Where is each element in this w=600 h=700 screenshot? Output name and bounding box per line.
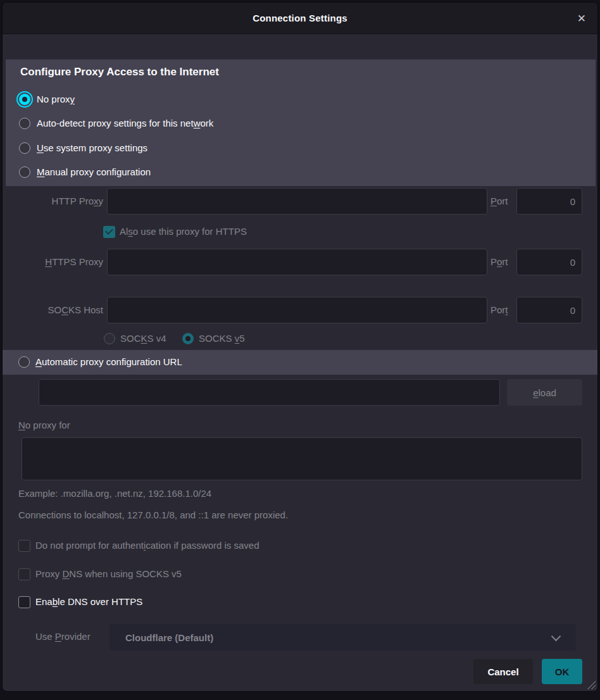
label-post: 5 <box>239 333 244 344</box>
label-accesskey: N <box>18 420 25 430</box>
label-post: rt <box>502 256 508 267</box>
dialog-title: Connection Settings <box>253 13 347 23</box>
label-accesskey: H <box>45 256 52 267</box>
label-accesskey: b <box>53 596 58 607</box>
label-accesskey: P <box>491 196 497 206</box>
label-accesskey: t <box>505 304 508 315</box>
label-post: o proxy for <box>25 420 70 430</box>
panel-heading: Configure Proxy Access to the Internet <box>20 66 219 78</box>
socks-port-label: Port <box>491 304 508 316</box>
close-icon[interactable]: ✕ <box>577 13 586 23</box>
label-pre: Use <box>35 631 55 642</box>
port-value: 0 <box>570 305 575 316</box>
label-post: NS when using SOCKS v5 <box>69 568 182 579</box>
label-pre: SOCKS <box>199 333 235 344</box>
socks-port-input[interactable]: 0 <box>516 297 582 323</box>
radio-auto-url[interactable] <box>18 356 30 368</box>
no-prompt-auth-label: Do not prompt for authentication if pass… <box>35 539 259 552</box>
check-icon <box>105 227 113 235</box>
label-accesskey: C <box>61 304 68 315</box>
label-pre: SOC <box>120 333 141 344</box>
label-pre: Auto-detect proxy settings for this net <box>37 118 194 128</box>
radio-socks-v5[interactable] <box>182 333 194 344</box>
label-accesskey: P <box>55 631 61 642</box>
button-label: e <box>533 387 538 398</box>
label-pre: Proxy <box>35 568 63 579</box>
radio-socks-v5-label: SOCKS v5 <box>199 332 245 345</box>
radio-manual-proxy-label: Manual proxy configuration <box>37 166 151 178</box>
label-post: S v4 <box>147 333 166 344</box>
label-accesskey: U <box>37 142 44 153</box>
label-post: se system proxy settings <box>44 142 147 153</box>
no-proxy-for-label: No proxy for <box>18 419 70 432</box>
also-https-checkbox[interactable] <box>103 226 115 238</box>
label-accesskey: s <box>128 226 133 237</box>
label-post: ort <box>497 196 508 206</box>
label-pre: Por <box>491 304 505 315</box>
radio-dot-icon <box>22 97 27 102</box>
label-pre: Do not prompt for authent <box>35 540 144 551</box>
http-port-label: Port <box>491 195 508 208</box>
localhost-note-text: Connections to localhost, 127.0.0.1/8, a… <box>18 509 288 522</box>
chevron-down-icon <box>551 632 561 642</box>
radio-dot-icon <box>185 336 191 341</box>
label-accesskey: M <box>37 166 45 177</box>
radio-socks-v4-label: SOCKS v4 <box>120 332 166 345</box>
no-proxy-example-text: Example: .mozilla.org, .net.nz, 192.168.… <box>18 487 211 500</box>
dialog-titlebar: Connection Settings ✕ <box>3 3 597 34</box>
reload-button[interactable]: eload <box>507 379 582 406</box>
cancel-button[interactable]: Cancel <box>473 659 533 684</box>
label-accesskey: y <box>70 94 75 104</box>
label-accesskey: x <box>94 196 99 206</box>
socks-host-input[interactable] <box>107 297 487 323</box>
radio-auto-detect-label: Auto-detect proxy settings for this netw… <box>37 117 213 130</box>
label-post: KS Host <box>68 304 103 315</box>
label-post: le DNS over HTTPS <box>58 596 142 607</box>
resize-grip[interactable] <box>585 680 596 689</box>
connection-settings-dialog: Connection Settings ✕ Configure Proxy Ac… <box>2 2 598 692</box>
label-accesskey: K <box>141 333 147 344</box>
radio-system-proxy[interactable] <box>19 142 30 154</box>
port-value: 0 <box>570 196 575 207</box>
enable-doh-label: Enable DNS over HTTPS <box>35 596 142 608</box>
button-label-rest: load <box>538 387 556 398</box>
https-proxy-input[interactable] <box>107 249 487 275</box>
label-pre: SO <box>47 304 61 315</box>
provider-select[interactable]: Cloudflare (Default) <box>109 624 576 651</box>
label-accesskey: w <box>194 118 201 128</box>
label-post: TTPS Proxy <box>52 256 103 267</box>
http-proxy-input[interactable] <box>107 188 487 215</box>
ok-button[interactable]: OK <box>542 659 582 684</box>
label-pre: Ena <box>35 596 53 607</box>
proxy-dns-checkbox[interactable] <box>18 568 30 580</box>
label-pre: P <box>491 256 497 267</box>
radio-auto-url-label: Automatic proxy configuration URL <box>35 356 182 368</box>
use-provider-label: Use Provider <box>35 630 91 643</box>
also-https-label: Also use this proxy for HTTPS <box>120 225 247 238</box>
radio-manual-proxy[interactable] <box>19 166 30 178</box>
radio-system-proxy-label: Use system proxy settings <box>37 142 147 154</box>
socks-host-label: SOCKS Host <box>18 304 103 316</box>
screen: Connection Settings ✕ Configure Proxy Ac… <box>0 0 600 700</box>
label-accesskey: e <box>533 387 538 398</box>
label-post: ork <box>200 118 213 128</box>
radio-socks-v4[interactable] <box>104 333 115 344</box>
label-pre: Al <box>120 226 128 237</box>
radio-no-proxy-label: No proxy <box>37 93 75 106</box>
provider-selected-value: Cloudflare (Default) <box>125 632 213 643</box>
label-accesskey: A <box>35 356 42 367</box>
auto-url-input[interactable] <box>39 379 500 406</box>
no-prompt-auth-checkbox[interactable] <box>18 540 30 552</box>
http-port-input[interactable]: 0 <box>516 188 582 215</box>
label-post: cation if password is saved <box>146 540 259 551</box>
enable-doh-checkbox[interactable] <box>18 596 30 608</box>
label-post: rovider <box>61 631 91 642</box>
no-proxy-for-textarea[interactable] <box>22 437 582 480</box>
port-value: 0 <box>570 257 575 268</box>
https-proxy-label: HTTPS Proxy <box>18 256 103 268</box>
label-post: o use this proxy for HTTPS <box>133 226 247 237</box>
radio-auto-detect[interactable] <box>19 118 30 129</box>
radio-no-proxy[interactable] <box>19 94 30 105</box>
http-proxy-label: HTTP Proxy <box>18 195 103 208</box>
https-port-input[interactable]: 0 <box>516 249 582 275</box>
